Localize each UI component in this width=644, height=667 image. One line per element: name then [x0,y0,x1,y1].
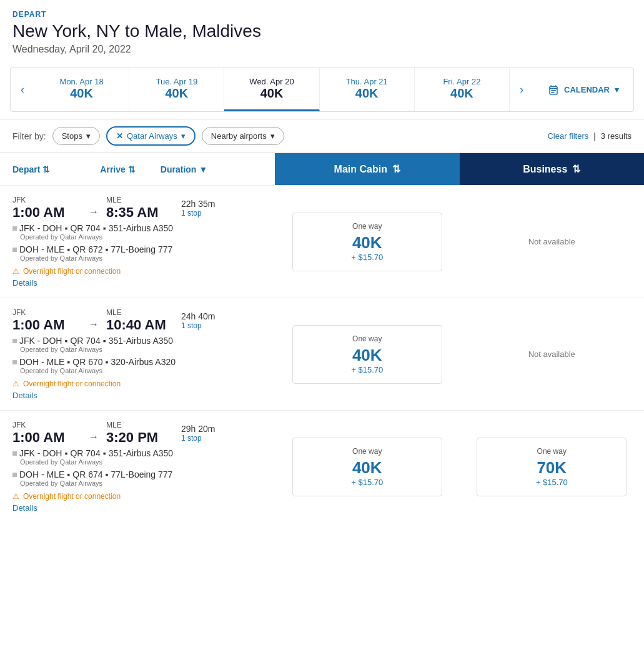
business-column-header[interactable]: Business ⇅ [460,153,645,185]
arr-airport-1: MLE [106,308,181,317]
date-label: Mon. Apr 18 [39,77,124,86]
date-nav-item-3[interactable]: Thu. Apr 21 40K [320,68,415,111]
business-not-available-1: Not available [528,349,575,359]
flight-times-row-1: JFK 1:00 AM → MLE 10:40 AM 24h 40m 1 sto… [12,308,262,333]
seg2-sep-0: ▪ [67,244,70,254]
business-cell-1[interactable]: Not available [460,298,645,410]
seg1-flight-1: QR 704 [70,336,100,346]
stops-dropdown-arrow: ▾ [86,131,91,141]
date-points: 40K [39,86,124,101]
seg1-route-0: JFK - DOH [19,223,62,233]
business-price-box-2[interactable]: One way 70K + $15.70 [477,438,627,496]
duration-block-1: 24h 40m 1 stop [181,311,215,330]
arrival-block-1: MLE 10:40 AM [106,308,181,333]
main-cabin-cell-1[interactable]: One way 40K + $15.70 [275,298,460,410]
details-link-2[interactable]: Details [12,503,262,513]
main-cabin-price-box-0[interactable]: One way 40K + $15.70 [292,213,442,271]
business-cell-0[interactable]: Not available [460,185,645,298]
seg2-operated-1: Operated by Qatar Airways [20,367,262,374]
seg2-sep2-2: ▪ [106,469,109,479]
main-cash-0: + $15.70 [305,253,429,262]
details-link-1[interactable]: Details [12,391,262,400]
date-nav-item-0[interactable]: Mon. Apr 18 40K [34,68,129,111]
flight-times-row-0: JFK 1:00 AM → MLE 8:35 AM 22h 35m 1 stop [12,196,262,221]
seg1-sep2-2: ▪ [103,448,106,458]
calendar-dropdown-arrow: ▾ [615,85,619,94]
qatar-remove-icon[interactable]: ✕ [116,131,123,141]
depart-label: DEPART [12,10,632,19]
flight-info-0: JFK 1:00 AM → MLE 8:35 AM 22h 35m 1 stop… [0,185,275,298]
depart-sort-button[interactable]: Depart ⇅ [12,164,50,174]
main-cabin-price-box-2[interactable]: One way 40K + $15.70 [292,438,442,496]
flight-info-1: JFK 1:00 AM → MLE 10:40 AM 24h 40m 1 sto… [0,298,275,410]
main-cabin-price-box-1[interactable]: One way 40K + $15.70 [292,325,442,384]
segment2-1: DOH - MLE ▪ QR 670 ▪ 320-Airbus A320 [12,357,262,367]
details-link-0[interactable]: Details [12,278,262,288]
dep-time-0: 1:00 AM [12,204,81,221]
nearby-airports-filter-button[interactable]: Nearby airports ▾ [202,127,284,145]
departure-block-1: JFK 1:00 AM [12,308,81,333]
overnight-warning-0: ⚠ Overnight flight or connection [12,267,262,276]
seg2-flight-1: QR 670 [72,357,102,367]
prev-date-arrow[interactable]: ‹ [11,74,34,105]
main-cabin-sort-icon: ⇅ [392,163,400,175]
date-nav-item-1[interactable]: Tue. Apr 19 40K [129,68,224,111]
arrow-1: → [89,319,99,330]
arr-airport-2: MLE [106,421,181,429]
seg2-route-2: DOH - MLE [19,469,64,479]
seg2-aircraft-2: 77L-Boeing 777 [111,469,173,479]
seg1-flight-2: QR 704 [70,448,100,458]
duration-header-label: Duration [161,164,197,174]
calendar-button[interactable]: CALENDAR ▾ [533,76,633,104]
depart-header-label: Depart [12,164,40,174]
seg2-sep2-1: ▪ [106,357,109,367]
segment1-1: JFK - DOH ▪ QR 704 ▪ 351-Airbus A350 [12,336,262,346]
qatar-airways-filter-button[interactable]: ✕ Qatar Airways ▾ [106,126,196,146]
main-points-1: 40K [305,346,429,365]
seg2-sep-2: ▪ [67,469,70,479]
segment1-2: JFK - DOH ▪ QR 704 ▪ 351-Airbus A350 [12,448,262,458]
seg1-aircraft-0: 351-Airbus A350 [109,223,174,233]
seg2-aircraft-0: 77L-Boeing 777 [111,244,173,254]
date-label: Thu. Apr 21 [325,77,409,86]
results-count: 3 results [601,131,632,141]
seg1-operated-0: Operated by Qatar Airways [20,233,262,241]
main-cabin-cell-2[interactable]: One way 40K + $15.70 [275,410,460,523]
flight-column-header: Depart ⇅ Arrive ⇅ Duration ▼ [0,153,275,185]
seg2-sq-icon [12,473,17,477]
warning-icon-1: ⚠ [12,379,19,388]
segment2-2: DOH - MLE ▪ QR 674 ▪ 77L-Boeing 777 [12,469,262,479]
main-cabin-cell-0[interactable]: One way 40K + $15.70 [275,185,460,298]
arr-time-0: 8:35 AM [106,204,181,221]
seg1-aircraft-2: 351-Airbus A350 [109,448,174,458]
next-date-arrow[interactable]: › [510,74,533,105]
main-cabin-column-header[interactable]: Main Cabin ⇅ [275,153,460,185]
flight-info-2: JFK 1:00 AM → MLE 3:20 PM 29h 20m 1 stop… [0,410,275,523]
duration-sort-button[interactable]: Duration ▼ [161,164,207,174]
results-grid: Depart ⇅ Arrive ⇅ Duration ▼ Main Cabin … [0,153,644,523]
seg1-flight-0: QR 704 [70,223,100,233]
stop-badge-0: 1 stop [181,209,215,218]
seg1-aircraft-1: 351-Airbus A350 [109,336,174,346]
date-nav-item-2[interactable]: Wed. Apr 20 40K [224,68,319,111]
business-cell-2[interactable]: One way 70K + $15.70 [460,410,645,523]
date-label: Fri. Apr 22 [420,77,504,86]
seg1-sep-2: ▪ [64,448,67,458]
main-one-way-label-0: One way [305,222,429,231]
business-not-available-0: Not available [528,237,575,246]
date-nav: ‹ Mon. Apr 18 40K Tue. Apr 19 40K Wed. A… [10,68,634,112]
arrive-sort-button[interactable]: Arrive ⇅ [100,164,135,174]
dep-airport-1: JFK [12,308,81,317]
main-points-0: 40K [305,233,429,253]
overnight-text-2: Overnight flight or connection [23,492,121,501]
seg2-flight-0: QR 672 [72,244,102,254]
date-nav-item-4[interactable]: Fri. Apr 22 40K [415,68,510,111]
date-label: Tue. Apr 19 [134,77,219,86]
stops-filter-button[interactable]: Stops ▾ [52,127,100,145]
clear-filters-link[interactable]: Clear filters [547,131,588,141]
duration-block-0: 22h 35m 1 stop [181,199,215,218]
seg1-sep2-0: ▪ [103,223,106,233]
dep-time-1: 1:00 AM [12,317,81,333]
main-cash-2: + $15.70 [305,478,429,487]
arr-airport-0: MLE [106,196,181,204]
